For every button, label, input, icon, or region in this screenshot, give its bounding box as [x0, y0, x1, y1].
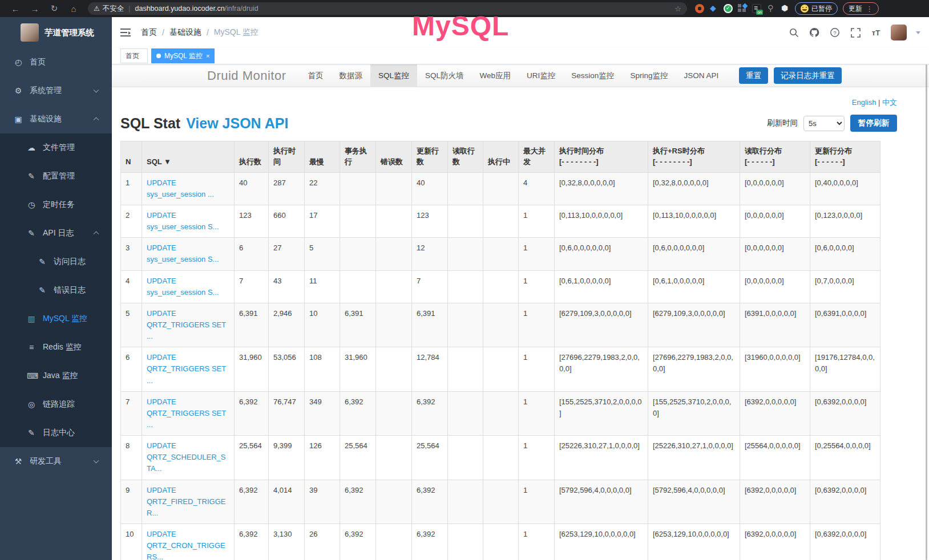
- lang-english-link[interactable]: English: [852, 98, 877, 107]
- sidebar-menu-item[interactable]: ✎ 日志中心: [0, 419, 112, 447]
- table-header-cell[interactable]: 执行+RS时分布[- - - - - - - -]: [648, 141, 740, 173]
- sql-link[interactable]: UPDATE QRTZ_TRIGGERS SET ...: [147, 353, 226, 384]
- table-header-cell[interactable]: 更新行数: [412, 141, 448, 173]
- table-row: 6 UPDATE QRTZ_TRIGGERS SET ... 31,960 53…: [121, 347, 880, 391]
- table-header-cell[interactable]: 执行数: [235, 141, 269, 173]
- profile-paused-chip[interactable]: 已暂停: [795, 2, 838, 15]
- sidebar-menu-item[interactable]: ✎ 访问日志: [0, 247, 112, 276]
- druid-nav-item[interactable]: Spring监控: [622, 64, 676, 87]
- sidebar-menu-item[interactable]: ☁ 文件管理: [0, 133, 112, 162]
- table-header-cell[interactable]: 执行时间: [269, 141, 305, 173]
- druid-nav-item[interactable]: JSON API: [676, 64, 726, 87]
- forward-icon[interactable]: →: [25, 4, 45, 14]
- extension-list-icon[interactable]: on: [752, 4, 761, 13]
- druid-nav-item[interactable]: Session监控: [563, 64, 622, 87]
- sql-link[interactable]: UPDATE sys_user_session S...: [147, 277, 219, 297]
- sidebar-menu-item[interactable]: ≡ Redis 监控: [0, 333, 112, 362]
- druid-nav-item[interactable]: 数据源: [332, 64, 371, 87]
- cell-error-count: [376, 205, 412, 237]
- breadcrumb-home[interactable]: 首页: [141, 27, 157, 38]
- table-header-cell[interactable]: 读取行分布[- - - - - -]: [740, 141, 810, 173]
- user-avatar[interactable]: [891, 25, 907, 40]
- cell-exec-time: 2,946: [269, 303, 305, 347]
- table-header-cell[interactable]: 最慢: [305, 141, 340, 173]
- back-icon[interactable]: ←: [6, 4, 25, 14]
- extension-check-icon[interactable]: [724, 4, 733, 13]
- sidebar-menu-item[interactable]: ✎ 配置管理: [0, 162, 112, 190]
- sidebar-menu-item[interactable]: ⚒ 研发工具: [0, 447, 112, 476]
- sidebar-menu: ◴ 首页 ⚙ 系统管理 ▣ 基础设施 ☁ 文件管理 ✎ 配置管理 ◷: [0, 48, 112, 476]
- breadcrumb-infra[interactable]: 基础设施: [169, 27, 201, 38]
- sql-link[interactable]: UPDATE QRTZ_SCHEDULER_STA...: [147, 441, 225, 473]
- github-icon[interactable]: [809, 27, 820, 38]
- refresh-interval-select[interactable]: 5s: [803, 116, 845, 131]
- druid-nav-item[interactable]: SQL监控: [370, 64, 417, 87]
- fullscreen-icon[interactable]: [850, 27, 861, 38]
- reset-button[interactable]: 重置: [739, 67, 768, 84]
- extension-person-icon[interactable]: [766, 4, 775, 13]
- table-header-cell[interactable]: 更新行分布[- - - - - -]: [810, 141, 880, 173]
- cell-error-count: [376, 480, 412, 524]
- extension-donut-icon[interactable]: [695, 4, 704, 13]
- view-json-api-link[interactable]: View JSON API: [186, 115, 288, 132]
- font-size-icon[interactable]: ᴛT: [870, 27, 882, 38]
- page-tag[interactable]: 首页: [120, 48, 148, 63]
- page-tag[interactable]: MySQL 监控 ×: [151, 48, 215, 63]
- sidebar-menu-item[interactable]: ▥ MySQL 监控: [0, 305, 112, 333]
- pause-refresh-button[interactable]: 暂停刷新: [850, 115, 897, 132]
- cell-exec-count: 31,960: [235, 347, 269, 391]
- lang-chinese-link[interactable]: 中文: [882, 98, 897, 107]
- table-header-cell[interactable]: 事务执行: [340, 141, 376, 173]
- table-header-cell[interactable]: 错误数: [376, 141, 412, 173]
- menu-item-icon: ✎: [38, 286, 47, 295]
- table-header-cell[interactable]: 读取行数: [448, 141, 483, 173]
- sidebar-menu-item[interactable]: ▣ 基础设施: [0, 105, 112, 133]
- table-header-cell[interactable]: SQL ▼: [142, 141, 235, 173]
- cell-update-dist: [0,6,0,0,0,0]: [810, 238, 880, 270]
- cell-slowest: 5: [305, 238, 340, 270]
- sql-link[interactable]: UPDATE sys_user_session S...: [147, 244, 219, 263]
- extension-gem-icon[interactable]: [709, 4, 718, 13]
- help-icon[interactable]: ?: [829, 27, 841, 38]
- sql-link[interactable]: UPDATE QRTZ_TRIGGERS SET ...: [147, 309, 226, 340]
- sidebar-menu-item[interactable]: ⚙ 系统管理: [0, 76, 112, 105]
- sql-link[interactable]: UPDATE QRTZ_CRON_TRIGGERS...: [147, 530, 225, 560]
- sidebar-menu-item[interactable]: ⌨ Java 监控: [0, 362, 112, 390]
- sidebar-menu-item[interactable]: ◎ 链路追踪: [0, 390, 112, 419]
- druid-nav-item[interactable]: Web应用: [472, 64, 519, 87]
- user-dropdown-caret-icon[interactable]: [916, 31, 920, 34]
- menu-kebab-icon[interactable]: ⋮: [866, 5, 873, 13]
- log-and-reset-button[interactable]: 记录日志并重置: [774, 67, 842, 84]
- druid-nav-item[interactable]: URI监控: [519, 64, 563, 87]
- druid-nav-item[interactable]: SQL防火墙: [417, 64, 472, 87]
- sidebar-menu-item[interactable]: ✎ 错误日志: [0, 276, 112, 305]
- url-bar[interactable]: ⚠ 不安全 | dashboard.yudao.iocoder.cn /infr…: [88, 2, 687, 15]
- bookmark-star-icon[interactable]: ☆: [674, 5, 681, 13]
- cell-tx-exec: [340, 238, 376, 270]
- sql-link[interactable]: UPDATE QRTZ_FIRED_TRIGGER...: [147, 486, 225, 517]
- table-header-cell[interactable]: N: [121, 141, 142, 173]
- cell-max-concurrent: 1: [519, 238, 555, 270]
- table-header-cell[interactable]: 执行时间分布[- - - - - - - -]: [555, 141, 648, 173]
- cell-read-rows: [448, 524, 483, 560]
- extension-blocks-icon[interactable]: [738, 4, 747, 13]
- sidebar-menu-item[interactable]: ✎ API 日志: [0, 219, 112, 247]
- sql-link[interactable]: UPDATE sys_user_session S...: [147, 211, 219, 231]
- cell-index: 5: [121, 303, 142, 347]
- home-icon[interactable]: ⌂: [64, 4, 83, 14]
- table-header-cell[interactable]: 执行中: [483, 141, 519, 173]
- extensions-puzzle-icon[interactable]: [781, 4, 790, 13]
- druid-nav-item[interactable]: 首页: [300, 64, 332, 87]
- sidebar-menu-item[interactable]: ◷ 定时任务: [0, 190, 112, 219]
- chrome-update-button[interactable]: 更新 ⋮: [843, 2, 879, 15]
- vertical-scrollbar[interactable]: [926, 64, 927, 560]
- hamburger-icon[interactable]: [120, 29, 131, 36]
- reload-icon[interactable]: ↻: [45, 3, 64, 14]
- tag-close-icon[interactable]: ×: [206, 52, 209, 59]
- table-header-cell[interactable]: 最大并发: [519, 141, 555, 173]
- sql-link[interactable]: UPDATE QRTZ_TRIGGERS SET ...: [147, 397, 226, 429]
- cell-slowest: 10: [305, 303, 340, 347]
- sql-link[interactable]: UPDATE sys_user_session ...: [147, 178, 214, 198]
- search-icon[interactable]: [788, 27, 799, 38]
- sidebar-menu-item[interactable]: ◴ 首页: [0, 48, 112, 76]
